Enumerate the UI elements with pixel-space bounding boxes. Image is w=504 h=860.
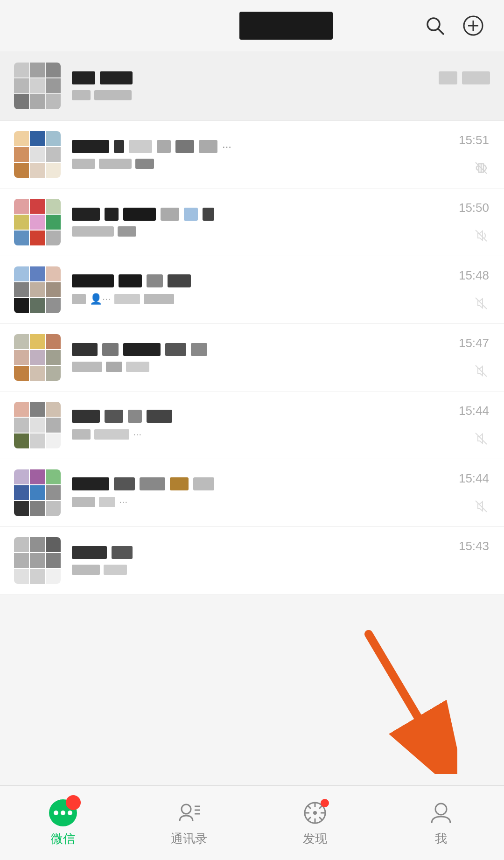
nav-me-label: 我: [435, 831, 447, 847]
list-item[interactable]: ··· 15:44: [0, 459, 504, 527]
avatar: [14, 334, 61, 381]
chat-time: 15:44: [459, 471, 489, 486]
svg-line-24: [319, 817, 322, 820]
avatar: [14, 469, 61, 516]
mute-icon: [473, 363, 489, 379]
list-item[interactable]: 👤··· 15:48: [0, 256, 504, 324]
chat-content: 👤···: [72, 274, 490, 305]
nav-contacts-label: 通讯录: [171, 831, 207, 847]
nav-wechat[interactable]: 微信: [0, 799, 126, 847]
chat-content: ···: [72, 140, 490, 169]
chat-item-special[interactable]: [0, 51, 504, 121]
avatar: [14, 63, 61, 109]
chat-content: [72, 208, 490, 237]
avatar: [14, 266, 61, 313]
chat-time: 15:44: [459, 404, 489, 418]
add-button[interactable]: [461, 14, 485, 38]
svg-line-1: [438, 29, 444, 35]
nav-wechat-label: 微信: [51, 831, 75, 847]
mute-icon: [473, 431, 489, 447]
chat-time: 15:43: [459, 539, 489, 553]
avatar: [14, 402, 61, 448]
avatar: [14, 537, 61, 584]
bottom-nav: 微信 通讯录: [0, 785, 504, 860]
svg-point-13: [182, 804, 191, 814]
list-item[interactable]: 15:50: [0, 189, 504, 256]
mute-icon: [473, 228, 489, 244]
mute-icon: [473, 498, 489, 514]
list-item[interactable]: ··· 15:51: [0, 121, 504, 189]
avatar: [14, 199, 61, 245]
wechat-icon-area: [49, 799, 77, 827]
svg-point-18: [313, 811, 317, 815]
nav-discover[interactable]: 发现: [252, 799, 378, 847]
me-icon-area: [427, 799, 455, 827]
annotation-arrow: [355, 625, 457, 776]
svg-point-27: [435, 804, 447, 815]
search-button[interactable]: [423, 14, 447, 38]
wechat-badge: [66, 795, 81, 810]
list-item[interactable]: 15:47: [0, 324, 504, 392]
chat-time: 15:47: [459, 336, 489, 350]
chat-time: 15:50: [459, 201, 489, 215]
list-item[interactable]: 15:43: [0, 527, 504, 594]
nav-contacts[interactable]: 通讯录: [126, 799, 252, 847]
chat-content: [72, 343, 490, 372]
svg-point-0: [427, 18, 440, 30]
chat-list: ··· 15:51: [0, 51, 504, 594]
contacts-icon-area: [175, 799, 203, 827]
discover-icon-area: [301, 799, 329, 827]
chat-content: ···: [72, 477, 490, 508]
chat-time: 15:51: [459, 133, 489, 147]
list-item[interactable]: ··· 15:44: [0, 392, 504, 459]
nav-me[interactable]: 我: [378, 799, 504, 847]
mute-icon: [473, 160, 489, 176]
mute-icon: [473, 295, 489, 311]
svg-line-12: [369, 634, 443, 760]
chat-content: ···: [72, 410, 490, 440]
svg-line-26: [308, 817, 311, 820]
svg-line-23: [308, 805, 311, 809]
header-actions: [423, 14, 485, 38]
chat-content: [72, 71, 490, 100]
discover-notification-dot: [321, 799, 329, 807]
nav-discover-label: 发现: [303, 831, 327, 847]
chat-time: 15:48: [459, 268, 489, 283]
avatar: [14, 131, 61, 178]
header: [0, 0, 504, 51]
wechat-logo: [239, 12, 333, 40]
chat-content: [72, 546, 490, 575]
